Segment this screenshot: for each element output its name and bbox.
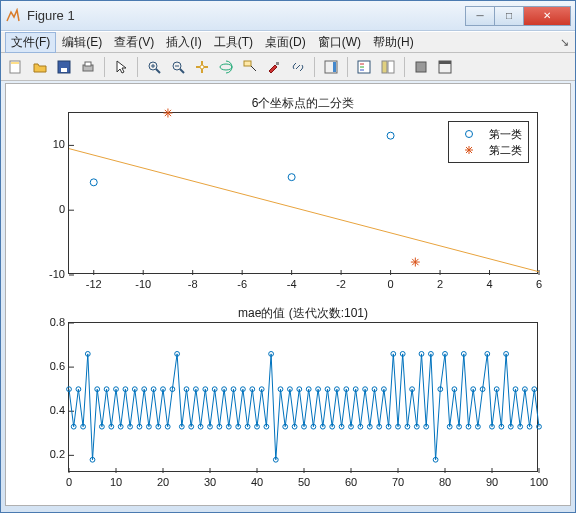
rotate3d-icon[interactable] <box>215 56 237 78</box>
xtick-label: 70 <box>386 476 410 488</box>
xtick-label: -12 <box>84 278 104 290</box>
dock-icon[interactable] <box>434 56 456 78</box>
xtick-label: 2 <box>430 278 450 290</box>
axes-bottom[interactable]: mae的值 (迭代次数:101) 01020304050607080901000… <box>68 322 538 472</box>
ytick-label: 0.4 <box>35 404 65 416</box>
svg-rect-25 <box>416 62 426 72</box>
ytick-label: 0.8 <box>35 316 65 328</box>
colorbar-icon[interactable] <box>320 56 342 78</box>
open-icon[interactable] <box>29 56 51 78</box>
toolbar-sep <box>104 57 105 77</box>
svg-point-13 <box>200 65 204 69</box>
toolbar-sep <box>137 57 138 77</box>
xtick-label: 50 <box>292 476 316 488</box>
zoom-in-icon[interactable] <box>143 56 165 78</box>
link-icon[interactable] <box>287 56 309 78</box>
legend[interactable]: 第一类 第二类 <box>448 121 529 163</box>
print-icon[interactable] <box>77 56 99 78</box>
xtick-label: -4 <box>282 278 302 290</box>
toolbar-sep <box>347 57 348 77</box>
svg-rect-1 <box>11 62 19 64</box>
menu-tools[interactable]: 工具(T) <box>208 32 259 53</box>
svg-point-57 <box>466 131 473 138</box>
svg-line-11 <box>180 69 184 73</box>
xtick-label: -10 <box>133 278 153 290</box>
brush-icon[interactable] <box>263 56 285 78</box>
menu-window[interactable]: 窗口(W) <box>312 32 367 53</box>
figure-canvas: 6个坐标点的二分类 第一类 第二类 -12-10-8-6-4-20246-100… <box>5 83 571 506</box>
xtick-label: 4 <box>480 278 500 290</box>
menu-insert[interactable]: 插入(I) <box>160 32 207 53</box>
matlab-icon <box>5 8 21 24</box>
legend-entry-2: 第二类 <box>489 143 522 158</box>
menu-desktop[interactable]: 桌面(D) <box>259 32 312 53</box>
menu-edit[interactable]: 编辑(E) <box>56 32 108 53</box>
menu-file[interactable]: 文件(F) <box>5 32 56 53</box>
xtick-label: 20 <box>151 476 175 488</box>
figure-window: Figure 1 ─ □ ✕ 文件(F) 编辑(E) 查看(V) 插入(I) 工… <box>0 0 576 513</box>
xtick-label: -6 <box>232 278 252 290</box>
ytick-label: 0.6 <box>35 360 65 372</box>
pointer-icon[interactable] <box>110 56 132 78</box>
xtick-label: 90 <box>480 476 504 488</box>
svg-rect-5 <box>85 62 91 66</box>
ytick-label: -10 <box>35 268 65 280</box>
toolbar-sep <box>404 57 405 77</box>
titlebar[interactable]: Figure 1 ─ □ ✕ <box>1 1 575 31</box>
ytick-label: 10 <box>35 138 65 150</box>
axes-bottom-title: mae的值 (迭代次数:101) <box>69 305 537 322</box>
hide-tools-icon[interactable] <box>410 56 432 78</box>
svg-point-44 <box>387 132 394 139</box>
xtick-label: 30 <box>198 476 222 488</box>
svg-rect-3 <box>61 68 67 72</box>
svg-point-14 <box>220 64 232 70</box>
zoom-out-icon[interactable] <box>167 56 189 78</box>
svg-rect-16 <box>276 62 279 65</box>
menubar: 文件(F) 编辑(E) 查看(V) 插入(I) 工具(T) 桌面(D) 窗口(W… <box>1 31 575 53</box>
svg-rect-15 <box>244 61 251 66</box>
svg-rect-24 <box>388 61 394 73</box>
insert-legend-icon[interactable] <box>353 56 375 78</box>
svg-rect-18 <box>333 62 336 72</box>
menu-view[interactable]: 查看(V) <box>108 32 160 53</box>
datacursor-icon[interactable] <box>239 56 261 78</box>
menu-overflow-icon[interactable]: ↘ <box>560 36 569 49</box>
ytick-label: 0.2 <box>35 448 65 460</box>
ytick-label: 0 <box>35 203 65 215</box>
legend-entry-1: 第一类 <box>489 127 522 142</box>
svg-point-42 <box>90 179 97 186</box>
xtick-label: 0 <box>57 476 81 488</box>
svg-rect-23 <box>382 61 387 73</box>
close-button[interactable]: ✕ <box>523 6 571 26</box>
xtick-label: 10 <box>104 476 128 488</box>
menu-help[interactable]: 帮助(H) <box>367 32 420 53</box>
new-figure-icon[interactable] <box>5 56 27 78</box>
xtick-label: -8 <box>183 278 203 290</box>
xtick-label: 6 <box>529 278 549 290</box>
xtick-label: 100 <box>527 476 551 488</box>
pan-icon[interactable] <box>191 56 213 78</box>
svg-rect-27 <box>439 61 451 64</box>
minimize-button[interactable]: ─ <box>465 6 495 26</box>
xtick-label: 40 <box>245 476 269 488</box>
svg-line-7 <box>156 69 160 73</box>
xtick-label: 80 <box>433 476 457 488</box>
axes-top[interactable]: 6个坐标点的二分类 第一类 第二类 -12-10-8-6-4-20246-100… <box>68 112 538 274</box>
svg-line-41 <box>69 149 539 272</box>
toolbar <box>1 53 575 81</box>
xtick-label: -2 <box>331 278 351 290</box>
axes-top-title: 6个坐标点的二分类 <box>69 95 537 112</box>
xtick-label: 0 <box>381 278 401 290</box>
save-icon[interactable] <box>53 56 75 78</box>
maximize-button[interactable]: □ <box>494 6 524 26</box>
title-text: Figure 1 <box>27 8 466 23</box>
toolbar-sep <box>314 57 315 77</box>
xtick-label: 60 <box>339 476 363 488</box>
plot-tools-icon[interactable] <box>377 56 399 78</box>
svg-point-43 <box>288 174 295 181</box>
